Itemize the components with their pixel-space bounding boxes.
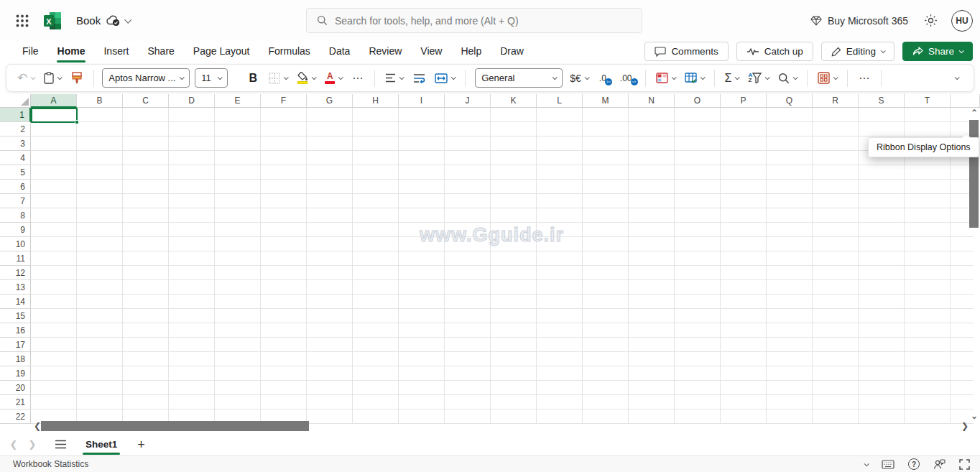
- font-name-select[interactable]: Aptos Narrow ...: [102, 68, 190, 88]
- row-header-9[interactable]: 9: [0, 223, 31, 237]
- column-header-r[interactable]: R: [813, 94, 859, 108]
- row-header-22[interactable]: 22: [0, 409, 31, 424]
- row-header-6[interactable]: 6: [0, 180, 31, 194]
- row-header-2[interactable]: 2: [0, 122, 31, 136]
- menu-tab-review[interactable]: Review: [359, 41, 411, 61]
- alignment-button[interactable]: [383, 68, 405, 88]
- format-as-table-button[interactable]: [683, 68, 706, 88]
- number-format-select[interactable]: General: [475, 68, 563, 88]
- paste-button[interactable]: [42, 68, 63, 88]
- format-painter-button[interactable]: [68, 68, 85, 88]
- select-all-corner[interactable]: [0, 94, 31, 108]
- column-header-partial[interactable]: [951, 94, 980, 108]
- row-header-15[interactable]: 15: [0, 309, 31, 323]
- fill-color-button[interactable]: [295, 68, 318, 88]
- menu-tab-help[interactable]: Help: [451, 41, 491, 61]
- comments-button[interactable]: Comments: [644, 42, 728, 61]
- all-sheets-menu-icon[interactable]: [55, 440, 67, 449]
- row-header-3[interactable]: 3: [0, 136, 31, 151]
- row-header-1[interactable]: 1: [0, 108, 31, 122]
- row-header-19[interactable]: 19: [0, 366, 31, 381]
- bold-button[interactable]: B: [244, 68, 262, 88]
- merge-cells-button[interactable]: [433, 68, 457, 88]
- row-header-5[interactable]: 5: [0, 165, 31, 180]
- share-button[interactable]: Share: [902, 42, 973, 61]
- workbook-statistics-button[interactable]: Workbook Statistics: [13, 459, 88, 469]
- column-header-t[interactable]: T: [905, 94, 951, 108]
- find-button[interactable]: [776, 68, 799, 88]
- sort-filter-button[interactable]: A Z: [746, 68, 771, 88]
- row-header-16[interactable]: 16: [0, 323, 31, 338]
- font-size-select[interactable]: 11: [195, 68, 228, 88]
- column-header-j[interactable]: J: [445, 94, 491, 108]
- borders-button[interactable]: [267, 68, 290, 88]
- row-header-12[interactable]: 12: [0, 266, 31, 280]
- vertical-scrollbar-thumb[interactable]: [969, 120, 979, 228]
- title-chevron-down-icon[interactable]: [124, 17, 131, 24]
- column-header-q[interactable]: Q: [767, 94, 813, 108]
- next-sheet-icon[interactable]: ❯: [23, 439, 42, 450]
- row-header-4[interactable]: 4: [0, 151, 31, 165]
- column-header-o[interactable]: O: [675, 94, 721, 108]
- menu-tab-data[interactable]: Data: [320, 41, 360, 61]
- feedback-icon[interactable]: [933, 458, 946, 470]
- more-ribbon-commands-button[interactable]: ⋯: [856, 68, 873, 88]
- scroll-up-icon[interactable]: ⌃: [971, 108, 978, 118]
- fullscreen-icon[interactable]: [959, 459, 970, 470]
- column-header-d[interactable]: D: [169, 94, 215, 108]
- add-sheet-button[interactable]: +: [137, 438, 145, 451]
- ribbon-display-options-button[interactable]: [948, 68, 965, 88]
- document-title[interactable]: Book: [76, 14, 101, 27]
- saved-to-cloud-icon[interactable]: [106, 15, 121, 27]
- column-header-l[interactable]: L: [537, 94, 583, 108]
- currency-format-button[interactable]: $€: [568, 68, 591, 88]
- help-icon[interactable]: ?: [908, 458, 920, 470]
- column-header-i[interactable]: I: [399, 94, 445, 108]
- horizontal-scrollbar-thumb[interactable]: [41, 421, 309, 431]
- menu-tab-draw[interactable]: Draw: [491, 41, 533, 61]
- menu-tab-formulas[interactable]: Formulas: [259, 41, 319, 61]
- sheet-tab-sheet1[interactable]: Sheet1: [84, 435, 119, 453]
- column-header-f[interactable]: F: [261, 94, 307, 108]
- menu-tab-home[interactable]: Home: [48, 41, 95, 61]
- search-input[interactable]: Search for tools, help, and more (Alt + …: [306, 8, 642, 33]
- column-header-c[interactable]: C: [123, 94, 169, 108]
- status-chevron-down-icon[interactable]: [864, 463, 868, 466]
- cell-grid[interactable]: [31, 108, 974, 424]
- column-header-m[interactable]: M: [583, 94, 629, 108]
- column-header-g[interactable]: G: [307, 94, 353, 108]
- row-header-13[interactable]: 13: [0, 280, 31, 295]
- conditional-formatting-button[interactable]: [654, 68, 678, 88]
- column-header-s[interactable]: S: [859, 94, 905, 108]
- row-header-17[interactable]: 17: [0, 338, 31, 352]
- column-header-k[interactable]: K: [491, 94, 537, 108]
- account-avatar[interactable]: HU: [951, 10, 973, 32]
- scroll-right-icon[interactable]: ❯: [961, 421, 969, 431]
- fill-handle[interactable]: [75, 120, 79, 124]
- decrease-decimal-button[interactable]: .0⇦: [596, 68, 613, 88]
- cell-format-gallery-button[interactable]: [815, 68, 839, 88]
- row-header-8[interactable]: 8: [0, 208, 31, 223]
- previous-sheet-icon[interactable]: ❮: [4, 439, 23, 450]
- settings-gear-icon[interactable]: [918, 9, 943, 33]
- column-header-n[interactable]: N: [629, 94, 675, 108]
- font-color-button[interactable]: A: [323, 68, 344, 88]
- menu-tab-view[interactable]: View: [411, 41, 451, 61]
- row-header-14[interactable]: 14: [0, 295, 31, 309]
- menu-tab-file[interactable]: File: [13, 41, 48, 61]
- editing-mode-button[interactable]: Editing: [821, 42, 895, 61]
- row-header-11[interactable]: 11: [0, 251, 31, 266]
- menu-tab-page-layout[interactable]: Page Layout: [184, 41, 259, 61]
- app-launcher-icon[interactable]: [10, 9, 34, 33]
- scroll-left-icon[interactable]: ❮: [34, 421, 41, 431]
- undo-button[interactable]: ↶: [15, 68, 37, 88]
- row-header-7[interactable]: 7: [0, 194, 31, 208]
- row-header-10[interactable]: 10: [0, 237, 31, 251]
- buy-microsoft-365-button[interactable]: Buy Microsoft 365: [803, 11, 915, 31]
- keyboard-shortcuts-icon[interactable]: [882, 460, 895, 469]
- active-cell-a1[interactable]: [31, 108, 78, 123]
- row-header-20[interactable]: 20: [0, 381, 31, 395]
- more-font-options-button[interactable]: ⋯: [349, 68, 366, 88]
- menu-tab-insert[interactable]: Insert: [94, 41, 138, 61]
- catch-up-button[interactable]: Catch up: [736, 42, 813, 61]
